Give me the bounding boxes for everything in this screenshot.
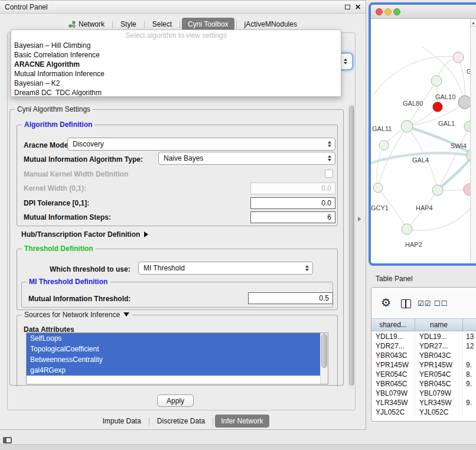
dropdown-option[interactable]: Dream8 DC_TDC Algorithm [11, 88, 341, 97]
table-row[interactable]: YBL079WYBL079W [371, 389, 476, 398]
table-cell: YDL19... [371, 332, 415, 341]
table-cell: YDR27... [371, 341, 415, 351]
dropdown-option[interactable]: Bayesian – K2 [11, 79, 341, 88]
close-traffic-light-icon[interactable] [376, 8, 383, 15]
table-row[interactable]: YBR045CYBR045C9. [371, 379, 476, 389]
float-window-icon[interactable] [345, 5, 350, 9]
network-node[interactable] [453, 52, 464, 63]
list-scrollbar[interactable] [320, 333, 328, 384]
mi-threshold-field[interactable] [248, 292, 333, 304]
network-canvas[interactable]: GAL80GAL10GAL11GAL1SWI4GAL4GCY1HAP4HAP2G… [371, 19, 470, 263]
attribute-item[interactable]: gal4RGexp [27, 365, 320, 376]
table-header-cell[interactable]: name [415, 319, 463, 331]
tab-impute-data[interactable]: Impute Data [96, 415, 146, 428]
tab-label: Infer Network [221, 417, 263, 425]
panel-toggle-icon[interactable] [3, 437, 12, 444]
aracne-mode-value: Discovery [73, 140, 104, 148]
tab-label: Network [79, 20, 105, 28]
table-row[interactable]: YER054CYER054C8. [371, 370, 476, 379]
table-body: YDL19...YDL19...13YDR27...YDR27...12YBR0… [371, 332, 476, 421]
aracne-mode-combo[interactable]: Discovery [67, 138, 335, 151]
table-row[interactable]: YDR27...YDR27...12 [371, 341, 476, 351]
table-cell: YBR045C [415, 379, 463, 389]
gear-icon[interactable]: ⚙ [381, 297, 391, 309]
network-node[interactable] [379, 141, 389, 150]
mi-type-value: Naive Bayes [164, 154, 203, 162]
table-panel-window: ⚙ ☑☑ ☐☐ shared...name YDL19...YDL19...13… [371, 287, 476, 422]
network-view-window: GAL80GAL10GAL11GAL1SWI4GAL4GCY1HAP4HAP2G… [369, 2, 476, 266]
mi-steps-field[interactable] [250, 211, 335, 223]
network-edge [438, 155, 470, 190]
attribute-item[interactable]: BetweennessCentrality [27, 354, 320, 365]
table-row[interactable]: YLR345WYLR345W9. [371, 398, 476, 407]
manual-kernel-checkbox[interactable] [325, 169, 333, 178]
table-header-cell[interactable] [463, 319, 476, 331]
tab-style[interactable]: Style [115, 18, 142, 31]
attribute-item[interactable]: TopologicalCoefficient [27, 344, 320, 354]
network-node[interactable] [373, 183, 383, 193]
select-unchecked-icon[interactable]: ☐☐ [434, 299, 448, 308]
data-attributes-list[interactable]: SelfLoopsTopologicalCoefficientBetweenne… [26, 332, 328, 384]
network-node[interactable] [464, 121, 470, 132]
splitter-handle-icon[interactable] [358, 217, 361, 221]
tab-separator [112, 21, 113, 28]
zoom-traffic-light-icon[interactable] [393, 8, 400, 15]
network-node[interactable] [431, 76, 442, 86]
tab-separator [180, 21, 180, 28]
tab-label: Select [152, 20, 172, 28]
node-label: GAL11 [372, 125, 392, 132]
network-scrollbar[interactable]: ▲ [470, 19, 476, 263]
table-cell [463, 351, 476, 360]
tab-discretize-data[interactable]: Discretize Data [151, 415, 211, 428]
tab-network[interactable]: Network [63, 18, 110, 31]
network-node[interactable] [458, 96, 470, 109]
threshold-definition-title: Threshold Definition [22, 244, 96, 253]
dpi-tolerance-field[interactable] [250, 197, 335, 209]
table-cell: YBR043C [371, 351, 415, 360]
network-window-titlebar[interactable] [371, 5, 476, 19]
hub-section-toggle[interactable]: Hub/Transcription Factor Definition [21, 230, 148, 239]
kernel-width-field[interactable] [250, 182, 335, 194]
tab-infer-network[interactable]: Infer Network [215, 415, 269, 428]
table-header-cell[interactable]: shared... [371, 319, 415, 331]
settings-scrollbar-thumb[interactable] [349, 106, 354, 386]
table-cell: 13 [463, 332, 476, 341]
dropdown-option[interactable]: Basic Correlation Inference [11, 50, 341, 60]
scroll-up-icon[interactable]: ▲ [471, 19, 476, 27]
attribute-item[interactable]: SelfLoops [27, 333, 320, 344]
network-edge [407, 126, 470, 155]
network-node[interactable] [432, 185, 443, 195]
apply-button[interactable]: Apply [157, 394, 194, 407]
dropdown-prompt: Select algorithm to view settings [11, 30, 341, 41]
tab-select[interactable]: Select [146, 18, 178, 31]
minimize-traffic-light-icon[interactable] [384, 8, 392, 15]
tab-label: Style [120, 20, 136, 28]
node-label: SWI4 [451, 142, 467, 149]
network-node[interactable] [402, 224, 412, 234]
network-node[interactable] [433, 102, 442, 112]
which-threshold-combo[interactable]: MI Threshold [138, 262, 313, 275]
node-label: GAL80 [403, 100, 423, 107]
network-node[interactable] [464, 184, 470, 195]
table-row[interactable]: YBR043CYBR043C [371, 351, 476, 360]
tab-label: Discretize Data [157, 417, 205, 425]
list-scrollbar-thumb[interactable] [321, 334, 327, 368]
apply-button-label: Apply [167, 397, 184, 405]
network-edge [377, 145, 384, 188]
dropdown-option[interactable]: Bayesian – Hill Climbing [11, 41, 341, 50]
table-row[interactable]: YPR145WYPR145W9. [371, 360, 476, 370]
dropdown-option[interactable]: Mutual Information Inference [11, 69, 341, 79]
dropdown-option[interactable]: ARACNE Algorithm [11, 60, 341, 69]
select-checked-icon[interactable]: ☑☑ [418, 299, 432, 308]
table-row[interactable]: YJL052CYJL052C [371, 407, 476, 417]
cyni-settings-title: Cyni Algorithm Settings [15, 105, 93, 113]
settings-scrollbar[interactable] [348, 105, 356, 387]
sources-section-toggle[interactable]: Sources for Network Inference [22, 311, 132, 319]
columns-icon[interactable] [401, 299, 411, 308]
table-row[interactable]: YDL19...YDL19...13 [371, 332, 476, 341]
close-icon[interactable]: ✕ [355, 4, 361, 11]
tab-cyni-toolbox[interactable]: Cyni Toolbox [182, 18, 234, 31]
mi-type-combo[interactable]: Naive Bayes [158, 152, 335, 165]
network-node[interactable] [401, 120, 413, 132]
tab-jactivemnodules[interactable]: jActiveMNodules [239, 18, 303, 31]
